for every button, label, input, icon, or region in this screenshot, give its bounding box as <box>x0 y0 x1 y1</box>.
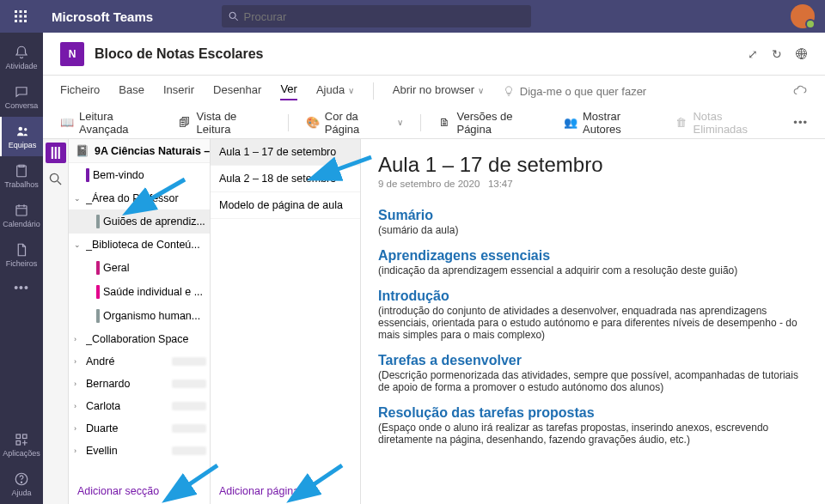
rail-more[interactable]: ••• <box>0 275 43 301</box>
ribbon: 📖Leitura Avançada 🗐Vista de Leitura 🎨Cor… <box>43 106 825 139</box>
svg-rect-21 <box>54 147 56 159</box>
globe-icon[interactable]: 🌐︎ <box>796 47 808 61</box>
notebook-search-icon[interactable] <box>46 168 66 189</box>
svg-point-9 <box>229 12 235 18</box>
section-item[interactable]: ⌄_Área do Professor <box>69 187 210 209</box>
section-label: _Collaboration Space <box>86 333 189 345</box>
avatar[interactable] <box>791 4 815 28</box>
page-item[interactable]: Modelo de página de aula <box>211 192 360 219</box>
show-authors-button[interactable]: 👥Mostrar Autores <box>564 110 657 136</box>
sections-panel: 📓 9A Ciências Naturais – Bloco de Notas … <box>69 139 211 504</box>
section-label: Bernardo <box>86 378 130 390</box>
svg-rect-22 <box>58 147 59 159</box>
section-label: Evellin <box>86 445 118 457</box>
immersive-reader-button[interactable]: 📖Leitura Avançada <box>60 110 161 136</box>
notebook-nav-rail <box>43 139 69 504</box>
svg-rect-4 <box>20 15 22 18</box>
rail-activity[interactable]: Atividade <box>0 38 43 77</box>
tab-view[interactable]: Ver <box>280 82 297 100</box>
search-box[interactable] <box>222 5 531 27</box>
section-label: Bem-vindo <box>93 169 144 181</box>
section-item[interactable]: ⌄_Biblioteca de Conteú... <box>69 234 210 256</box>
section-item[interactable]: Saúde individual e ... <box>69 280 210 304</box>
rail-assignments[interactable]: Trabalhos <box>0 156 43 196</box>
chevron-icon: ⌄ <box>74 240 82 249</box>
section-item[interactable]: Organismo human... <box>69 304 210 328</box>
notebook-nav-icon[interactable] <box>46 143 66 163</box>
content-sub: (Descrição pormenorizada das atividades,… <box>378 369 808 393</box>
section-item[interactable]: ›Evellin <box>69 440 210 462</box>
svg-rect-17 <box>16 441 21 446</box>
tab-insert[interactable]: Inserir <box>163 83 194 100</box>
rail-calendar[interactable]: Calendário <box>0 196 43 235</box>
content-heading: Sumário <box>378 208 808 223</box>
section-item[interactable]: ›_Collaboration Space <box>69 328 210 350</box>
menu-tabs: Ficheiro Base Inserir Desenhar Ver Ajuda… <box>43 76 825 106</box>
page-item[interactable]: Aula 2 – 18 de setembro <box>211 166 360 192</box>
content-heading: Resolução das tarefas propostas <box>378 405 808 421</box>
content-heading: Tarefas a desenvolver <box>378 353 808 368</box>
section-item[interactable]: ›André <box>69 350 210 373</box>
svg-rect-16 <box>23 434 28 439</box>
svg-line-10 <box>235 18 238 21</box>
app-launcher-icon[interactable] <box>7 3 34 30</box>
tab-draw[interactable]: Desenhar <box>213 83 261 100</box>
section-item[interactable]: Geral <box>69 256 210 280</box>
section-item[interactable]: Bem-vindo <box>69 163 210 187</box>
deleted-notes-button[interactable]: 🗑Notas Eliminadas <box>675 110 776 136</box>
tell-me[interactable] <box>503 85 657 98</box>
reading-view-button[interactable]: 🗐Vista de Leitura <box>178 110 271 136</box>
notebook-icon: 📓 <box>76 144 89 157</box>
section-label: Saúde individual e ... <box>103 286 203 298</box>
section-item[interactable]: ›Duarte <box>69 417 210 440</box>
content-sub: (Espaço onde o aluno irá realizar as tar… <box>378 422 808 446</box>
onenote-icon: N <box>60 42 84 66</box>
add-section-button[interactable]: Adicionar secção <box>69 478 210 504</box>
section-item[interactable]: Guiões de aprendiz... <box>69 209 210 234</box>
content-sub: (indicação da aprendizagem essencial a a… <box>378 264 808 276</box>
section-label: Geral <box>103 262 130 274</box>
tab-help[interactable]: Ajuda ∨ <box>316 83 354 100</box>
page-versions-button[interactable]: 🗎Versões de Página <box>438 110 547 136</box>
svg-rect-3 <box>15 15 17 18</box>
rail-teams[interactable]: Equipas <box>0 117 43 156</box>
collapse-icon[interactable]: ⤢ <box>748 47 758 61</box>
page-color-button[interactable]: 🎨Cor da Página ∨ <box>306 110 403 136</box>
page-header: N Bloco de Notas Escolares ⤢ ↻ 🌐︎ <box>43 33 825 76</box>
chevron-icon: › <box>74 357 82 366</box>
rail-chat[interactable]: Conversa <box>0 77 43 117</box>
section-label: Duarte <box>86 422 119 434</box>
rail-apps[interactable]: Aplicações <box>0 425 43 465</box>
section-label: Carlota <box>86 400 120 412</box>
svg-rect-15 <box>16 434 21 439</box>
svg-rect-8 <box>24 20 27 22</box>
open-in-browser[interactable]: Abrir no browser ∨ <box>393 83 484 100</box>
chevron-icon: ⌄ <box>74 194 82 203</box>
tab-base[interactable]: Base <box>119 83 144 100</box>
tell-me-input[interactable] <box>520 85 657 98</box>
content-heading: Introdução <box>378 288 808 304</box>
chevron-icon: › <box>74 380 82 388</box>
svg-line-24 <box>58 180 61 184</box>
svg-rect-20 <box>51 147 52 159</box>
tab-file[interactable]: Ficheiro <box>60 83 100 100</box>
add-page-button[interactable]: Adicionar página <box>211 478 360 504</box>
chevron-icon: › <box>74 446 82 455</box>
page-canvas[interactable]: Aula 1 – 17 de setembro 9 de setembro de… <box>361 139 825 504</box>
content-sub: (sumário da aula) <box>378 224 808 236</box>
rail-help[interactable]: Ajuda <box>0 465 43 504</box>
page-date: 9 de setembro de 2020 13:47 <box>378 179 808 189</box>
section-item[interactable]: ›Bernardo <box>69 373 210 395</box>
svg-point-19 <box>21 482 21 483</box>
svg-point-23 <box>50 173 58 181</box>
notebook-title[interactable]: 📓 9A Ciências Naturais – Bloco de Notas <box>69 139 210 163</box>
ribbon-overflow[interactable]: ••• <box>793 116 808 129</box>
rail-files[interactable]: Ficheiros <box>0 235 43 275</box>
chevron-icon: › <box>74 424 82 433</box>
section-item[interactable]: ›Carlota <box>69 395 210 417</box>
search-input[interactable] <box>243 10 524 23</box>
refresh-icon[interactable]: ↻ <box>772 47 782 61</box>
chevron-icon: › <box>74 335 82 343</box>
page-item[interactable]: Aula 1 – 17 de setembro <box>211 139 360 166</box>
cloud-sync-icon[interactable] <box>792 84 808 99</box>
